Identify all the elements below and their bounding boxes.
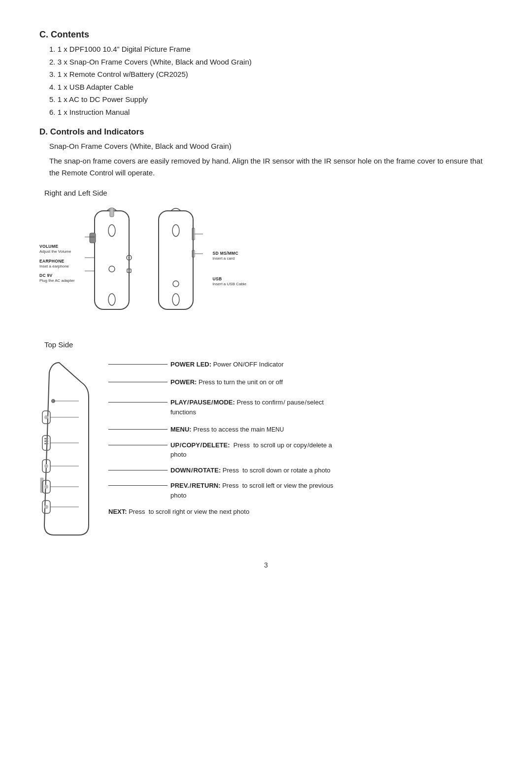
left-annotations: VOLUME Adjust the Volume EARPHONE Inset … (39, 244, 75, 287)
right-left-label: Right and Left Side (44, 189, 107, 197)
svg-point-22 (44, 415, 48, 419)
svg-point-28 (44, 464, 48, 468)
top-side-svg (39, 358, 99, 541)
up-copy-row: UP / COPY / DELETE: Press to scroll up o… (108, 440, 338, 460)
list-item: 2. 3 x Snap-On Frame Covers (White, Blac… (49, 56, 493, 68)
contents-list: 1. 1 x DPF1000 10.4” Digital Picture Fra… (39, 43, 493, 118)
usb-annotation: USB Insert a USB Cable (213, 276, 246, 287)
svg-rect-9 (159, 211, 193, 309)
sd-mmc-desc: Insert a card (213, 256, 246, 261)
svg-rect-24 (44, 438, 48, 439)
list-item: 1. 1 x DPF1000 10.4” Digital Picture Fra… (49, 43, 493, 56)
description-text: The snap-on frame covers are easily remo… (49, 155, 493, 179)
next-row: NEXT: Press to scroll right or view the … (108, 507, 338, 517)
power-led-text: POWER LED: Power ON/OFF Indicator (170, 360, 284, 369)
earphone-label: EARPHONE (39, 259, 75, 264)
svg-point-31 (44, 485, 48, 489)
svg-rect-29 (40, 478, 43, 493)
svg-point-17 (108, 225, 115, 236)
down-rotate-row: DOWN / ROTATE: Press to scroll down or r… (108, 466, 338, 475)
power-led-line (108, 364, 167, 365)
top-side-annotations: POWER LED: Power ON/OFF Indicator POWER:… (108, 358, 338, 520)
play-pause-text: PLAY / PAUSE / MODE: Press to confirm / … (170, 398, 338, 417)
svg-point-14 (172, 294, 179, 305)
page-number: 3 (39, 561, 493, 569)
dc9v-label: DC 9V (39, 273, 75, 278)
power-led-row: POWER LED: Power ON/OFF Indicator (108, 360, 338, 369)
up-copy-line (108, 445, 167, 445)
prev-return-line (108, 485, 167, 486)
diagram-area: Right and Left Side VOLUME Adjust the Vo… (39, 189, 493, 541)
power-line (108, 382, 167, 382)
usb-desc: Insert a USB Cable (213, 282, 246, 287)
prev-return-text: PREV. / RETURN: Press to scroll left or … (170, 481, 338, 500)
dc9v-desc: Plug the AC adapter (39, 278, 75, 283)
right-annotations: SD MS/MMC Insert a card USB Insert a USB… (213, 251, 246, 291)
device-diagram: VOLUME Adjust the Volume EARPHONE Inset … (39, 201, 493, 331)
list-item: 3. 1 x Remote Control w/Battery (CR2025) (49, 68, 493, 81)
svg-point-19 (109, 266, 115, 272)
prev-return-row: PREV. / RETURN: Press to scroll left or … (108, 481, 338, 500)
usb-label: USB (213, 276, 246, 282)
up-copy-text: UP / COPY / DELETE: Press to scroll up o… (170, 440, 338, 460)
list-item: 6. 1 x Instruction Manual (49, 106, 493, 119)
device-svg (80, 201, 208, 331)
volume-annotation: VOLUME Adjust the Volume (39, 244, 75, 254)
play-pause-line (108, 402, 167, 402)
svg-point-33 (44, 505, 48, 509)
earphone-annotation: EARPHONE Inset a earphone (39, 259, 75, 269)
down-rotate-text: DOWN / ROTATE: Press to scroll down or r… (170, 466, 331, 475)
down-rotate-line (108, 470, 167, 470)
next-text: NEXT: Press to scroll right or view the … (108, 507, 249, 517)
svg-rect-26 (44, 443, 48, 444)
snap-subtitle: Snap-On Frame Covers (White, Black and W… (49, 142, 493, 150)
svg-rect-25 (44, 440, 48, 442)
svg-point-13 (172, 225, 179, 236)
menu-text: MENU: Press to access the main MENU (170, 425, 284, 435)
svg-rect-8 (110, 208, 114, 217)
play-pause-row: PLAY / PAUSE / MODE: Press to confirm / … (108, 398, 338, 417)
contents-title: C. Contents (39, 30, 493, 40)
controls-section: D. Controls and Indicators Snap-On Frame… (39, 127, 493, 541)
svg-point-12 (173, 281, 179, 287)
controls-title: D. Controls and Indicators (39, 127, 493, 137)
svg-point-18 (108, 294, 115, 305)
dc9v-annotation: DC 9V Plug the AC adapter (39, 273, 75, 283)
contents-section: C. Contents 1. 1 x DPF1000 10.4” Digital… (39, 30, 493, 118)
svg-point-3 (128, 257, 130, 259)
power-row: POWER: Press to turn the unit on or off (108, 377, 338, 387)
volume-label: VOLUME (39, 244, 75, 249)
top-side-label: Top Side (44, 340, 73, 349)
menu-row: MENU: Press to access the main MENU (108, 425, 338, 435)
earphone-desc: Inset a earphone (39, 264, 75, 269)
list-item: 4. 1 x USB Adapter Cable (49, 81, 493, 94)
sd-mmc-label: SD MS/MMC (213, 251, 246, 256)
list-item: 5. 1 x AC to DC Power Supply (49, 93, 493, 106)
volume-desc: Adjust the Volume (39, 249, 75, 254)
svg-rect-1 (90, 233, 96, 243)
power-text: POWER: Press to turn the unit on or off (170, 377, 283, 387)
menu-line (108, 429, 167, 430)
top-side-area: POWER LED: Power ON/OFF Indicator POWER:… (39, 358, 338, 541)
sd-mmc-annotation: SD MS/MMC Insert a card (213, 251, 246, 261)
svg-rect-0 (95, 211, 129, 309)
